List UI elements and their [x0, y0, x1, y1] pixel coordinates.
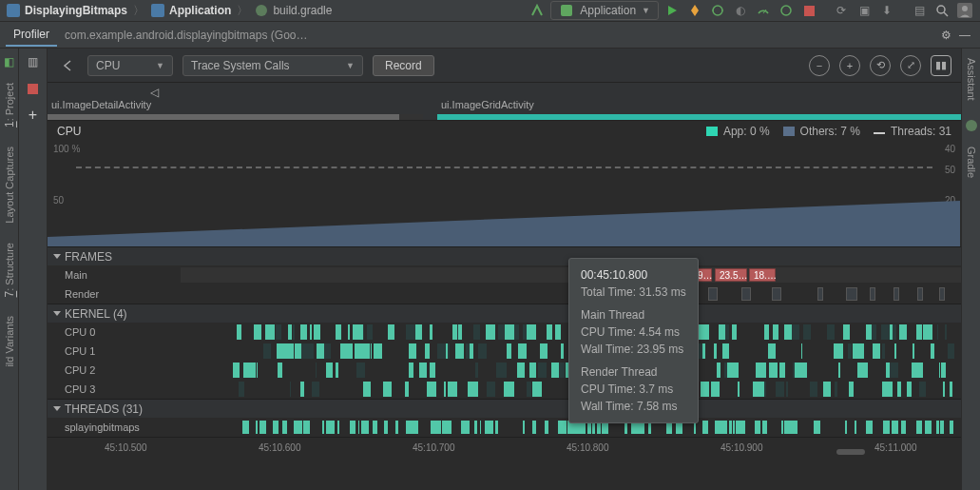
gradle-tab[interactable]: Gradle	[964, 141, 979, 184]
svg-point-4	[713, 6, 722, 15]
cpu-usage-chart[interactable]: 100 % 50 50 40 20 10	[48, 142, 961, 246]
legend-app: App: 0 %	[706, 125, 770, 138]
build-variants-tab[interactable]: ild Variants	[2, 310, 17, 373]
apply-changes-icon[interactable]	[685, 1, 704, 20]
reset-zoom-button[interactable]: ⟲	[870, 55, 891, 76]
profiler-toolstrip: ▥ +	[19, 49, 48, 490]
hover-tooltip: 00:45:10.800 Total Time: 31.53 ms Main T…	[568, 258, 699, 423]
svg-point-14	[966, 120, 977, 131]
crumb-file[interactable]: build.gradle	[273, 4, 332, 17]
build-icon[interactable]	[528, 1, 547, 20]
sdk-icon[interactable]: ⬇	[877, 1, 896, 20]
back-button[interactable]	[57, 55, 78, 76]
time-tick: 45:10.600	[259, 442, 301, 453]
resource-icon[interactable]: ▤	[910, 1, 929, 20]
tooltip-render-wall: Wall Time: 7.58 ms	[581, 398, 686, 415]
kernel-cpu3-track[interactable]: CPU 3	[48, 380, 961, 399]
profiler-type-dropdown[interactable]: CPU ▼	[87, 55, 173, 76]
activity-minimap[interactable]: ◁ ui.ImageDetailActivity ui.ImageGridAct…	[48, 83, 961, 121]
gradle-tool-icon[interactable]	[964, 118, 979, 133]
frames-section: FRAMES Main 46.63 ms 23.9… 23.5… 18.… Re…	[48, 246, 961, 304]
layout-captures-tab[interactable]: Layout Captures	[2, 141, 17, 229]
svg-rect-9	[804, 6, 815, 16]
search-icon[interactable]	[932, 1, 951, 20]
scrollbar-thumb[interactable]	[836, 449, 865, 455]
gear-icon[interactable]: ⚙	[936, 26, 955, 45]
record-button[interactable]: Record	[373, 55, 434, 76]
right-tool-strip: Assistant Gradle	[961, 49, 980, 490]
recording-indicator-icon	[24, 79, 43, 98]
frame-pill[interactable]: 23.5…	[715, 268, 747, 282]
pause-live-button[interactable]: ▮▮	[931, 55, 951, 76]
time-tick: 45:10.500	[105, 442, 147, 453]
sessions-icon[interactable]: ▥	[24, 52, 43, 71]
track-label: splayingbitmaps	[48, 421, 181, 433]
frames-render-track[interactable]: Render	[48, 284, 961, 304]
breadcrumb[interactable]: DisplayingBitmaps 〉 Application 〉 build.…	[6, 3, 332, 19]
time-tick: 45:11.000	[874, 442, 917, 453]
profiler-panel: ▥ + CPU ▼ Trace System Calls ▼ Record − …	[19, 49, 961, 490]
cpu-title: CPU	[57, 125, 81, 138]
session-tab[interactable]: com.example.android.displayingbitmaps (G…	[57, 25, 315, 46]
svg-point-10	[937, 6, 945, 13]
track-label: CPU 1	[48, 345, 181, 357]
zoom-out-button[interactable]: −	[809, 55, 830, 76]
zoom-in-button[interactable]: +	[839, 55, 860, 76]
kernel-cpu2-track[interactable]: CPU 2	[48, 361, 961, 380]
kernel-header[interactable]: KERNEL (4)	[48, 304, 961, 323]
others-area	[48, 142, 961, 246]
add-session-button[interactable]: +	[24, 106, 43, 125]
assistant-tab[interactable]: Assistant	[964, 52, 979, 107]
time-tick: 45:10.800	[567, 442, 609, 453]
zoom-selection-button[interactable]: ⤢	[900, 55, 921, 76]
project-tool-tab[interactable]: 1: Project	[1, 77, 18, 133]
kernel-cpu1-track[interactable]: CPU 1	[48, 342, 961, 361]
chevron-down-icon	[53, 311, 61, 316]
tooltip-total: Total Time: 31.53 ms	[581, 284, 686, 301]
kernel-cpu0-track[interactable]: CPU 0	[48, 323, 961, 342]
frame-pill[interactable]: 18.…	[749, 268, 776, 282]
crumb-app[interactable]: Application	[169, 4, 231, 17]
frames-header[interactable]: FRAMES	[48, 247, 961, 265]
tooltip-timestamp: 00:45:10.800	[581, 266, 686, 284]
profiler-type-label: CPU	[96, 59, 120, 72]
profiler-tab[interactable]: Profiler	[6, 24, 57, 47]
svg-rect-15	[28, 84, 38, 94]
time-axis[interactable]: 45:10.500 45:10.600 45:10.700 45:10.800 …	[48, 437, 961, 458]
run-config-dropdown[interactable]: Application ▼	[550, 1, 659, 20]
track-label: CPU 3	[48, 383, 181, 395]
sync-icon[interactable]: ⟳	[832, 1, 851, 20]
threads-section: THREADS (31) splayingbitmaps	[48, 399, 961, 437]
coverage-icon[interactable]: ◐	[731, 1, 750, 20]
user-avatar[interactable]	[955, 1, 974, 20]
module-icon	[150, 3, 165, 18]
profiler-tab-bar: Profiler com.example.android.displayingb…	[0, 22, 980, 49]
profile-button[interactable]	[754, 1, 773, 20]
stop-button[interactable]	[799, 1, 818, 20]
threads-header[interactable]: THREADS (31)	[48, 400, 961, 418]
kernel-section: KERNEL (4) CPU 0 CPU 1 CPU 2 CPU 3	[48, 304, 961, 399]
avd-icon[interactable]: ▣	[855, 1, 874, 20]
cpu-header: CPU App: 0 % Others: 7 % Threads: 31	[48, 121, 961, 142]
track-label: CPU 2	[48, 364, 181, 376]
activity-2-label: ui.ImageGridActivity	[441, 99, 534, 110]
playhead-icon: ◁	[150, 86, 159, 99]
svg-point-2	[256, 5, 267, 16]
activity-2-bar	[437, 114, 961, 120]
track-label: CPU 0	[48, 326, 181, 338]
module-icon	[6, 3, 21, 18]
legend-others: Others: 7 %	[783, 125, 860, 138]
structure-tool-tab[interactable]: 7: Structure	[1, 237, 18, 303]
debug-button[interactable]	[708, 1, 727, 20]
project-tool-icon[interactable]: ◧	[2, 54, 17, 69]
run-config-label: Application	[580, 4, 636, 17]
time-tick: 45:10.700	[413, 442, 455, 453]
attach-debugger-icon[interactable]	[777, 1, 796, 20]
profiler-controls: CPU ▼ Trace System Calls ▼ Record − + ⟲ …	[48, 49, 961, 83]
crumb-root[interactable]: DisplayingBitmaps	[25, 4, 127, 17]
trace-config-dropdown[interactable]: Trace System Calls ▼	[183, 55, 363, 76]
frames-main-track[interactable]: Main 46.63 ms 23.9… 23.5… 18.…	[48, 265, 961, 284]
minimize-icon[interactable]: —	[955, 26, 974, 45]
thread-track[interactable]: splayingbitmaps	[48, 418, 961, 437]
run-button[interactable]	[663, 1, 682, 20]
